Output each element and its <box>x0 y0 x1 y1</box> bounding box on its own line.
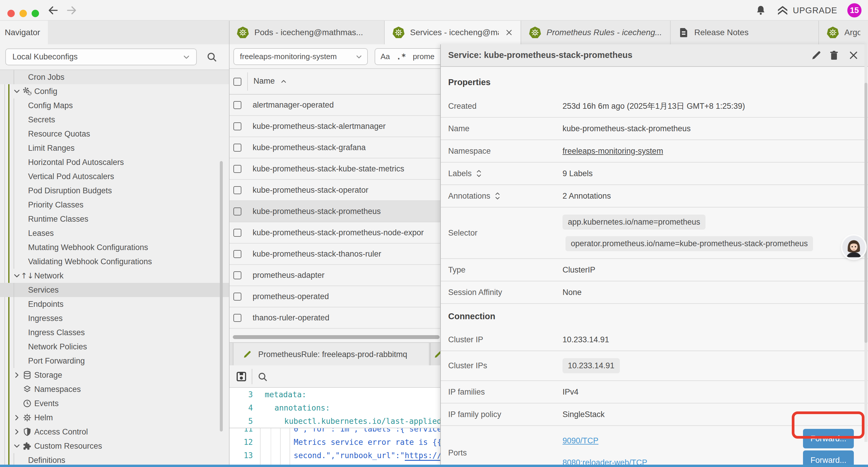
row-checkbox[interactable] <box>234 144 241 152</box>
row-checkbox[interactable] <box>234 250 241 258</box>
sidebar-item-horizontal-pod-autoscalers[interactable]: Horizontal Pod Autoscalers <box>0 155 229 169</box>
sidebar-item-network[interactable]: ↑↓Network <box>0 269 229 283</box>
row-checkbox[interactable] <box>234 122 241 130</box>
sidebar-item-network-policies[interactable]: Network Policies <box>0 340 229 354</box>
row-checkbox[interactable] <box>234 314 241 322</box>
drawer-scrollbar[interactable] <box>864 83 867 343</box>
tab-prometheus-rules-icecheng[interactable]: Prometheus Rules - icecheng... <box>521 21 670 44</box>
sidebar-item-mutating-webhook-configurations[interactable]: Mutating Webhook Configurations <box>0 240 229 255</box>
match-case-toggle[interactable]: Aa <box>380 52 390 61</box>
row-checkbox[interactable] <box>234 293 241 300</box>
table-row-prometheus-operated[interactable]: prometheus-operated <box>229 286 440 308</box>
forward-button[interactable]: Forward... <box>803 450 854 465</box>
dock-tab-next[interactable] <box>430 343 440 366</box>
sidebar-item-runtime-classes[interactable]: Runtime Classes <box>0 212 229 226</box>
sidebar-item-ingress-classes[interactable]: Ingress Classes <box>0 325 229 340</box>
row-checkbox[interactable] <box>234 271 241 279</box>
table-row-kube-prometheus-stack-prometheus[interactable]: kube-prometheus-stack-prometheus <box>229 201 440 222</box>
row-checkbox[interactable] <box>234 207 241 215</box>
tab-release-notes[interactable]: Release Notes <box>670 21 818 44</box>
expand-toggle-icon[interactable] <box>495 192 500 200</box>
tab-argo-se[interactable]: Argo Se <box>818 21 868 44</box>
port-link[interactable]: 8080:reloader-web/TCP <box>562 456 647 465</box>
namespace-link[interactable]: freeleaps-monitoring-system <box>562 147 663 156</box>
row-checkbox[interactable] <box>234 186 241 194</box>
sidebar-item-config[interactable]: Config <box>0 84 229 98</box>
row-checkbox[interactable] <box>234 229 241 237</box>
editor-line-5[interactable]: 5kubectl.kubernetes.io/last-applied-co <box>229 414 440 428</box>
table-row-kube-prometheus-stack-thanos-ruler[interactable]: kube-prometheus-stack-thanos-ruler <box>229 243 440 265</box>
sidebar-item-services[interactable]: Services <box>0 283 229 297</box>
editor-line-13[interactable]: 13second.","runbook_url":"https://net <box>229 449 440 462</box>
sidebar-item-validating-webhook-configurations[interactable]: Validating Webhook Configurations <box>0 255 229 269</box>
row-checkbox[interactable] <box>234 101 241 109</box>
sidebar-item-ingresses[interactable]: Ingresses <box>0 311 229 325</box>
editor-line-4[interactable]: 4annotations: <box>229 401 440 414</box>
forward-button[interactable]: Forward... <box>803 429 854 448</box>
edit-pencil-icon[interactable] <box>811 50 822 61</box>
close-tab-icon[interactable] <box>505 29 513 36</box>
url-link[interactable]: https://net <box>405 451 440 461</box>
sidebar-item-leases[interactable]: Leases <box>0 226 229 240</box>
avatar[interactable] <box>842 236 865 259</box>
sidebar-item-custom-resources[interactable]: Custom Resources <box>0 439 229 453</box>
table-row-kube-prometheus-stack-alertmanager[interactable]: kube-prometheus-stack-alertmanager <box>229 116 440 137</box>
kubeconfig-select[interactable]: Local Kubeconfigs <box>5 49 197 65</box>
table-row-kube-prometheus-stack-grafana[interactable]: kube-prometheus-stack-grafana <box>229 137 440 158</box>
table-row-kube-prometheus-stack-operator[interactable]: kube-prometheus-stack-operator <box>229 180 440 201</box>
chevron-right-icon[interactable] <box>13 371 21 379</box>
table-row-kube-prometheus-stack-kube-state-metrics[interactable]: kube-prometheus-stack-kube-state-metrics <box>229 158 440 180</box>
sort-ascending-icon[interactable] <box>280 78 287 85</box>
table-row-alertmanager-operated[interactable]: alertmanager-operated <box>229 95 440 116</box>
regex-toggle[interactable]: .* <box>397 52 406 61</box>
search-icon[interactable] <box>257 372 268 382</box>
sidebar-item-storage[interactable]: Storage <box>0 368 229 382</box>
tab-services-icecheng-math[interactable]: Services - icecheng@math... <box>384 21 521 44</box>
save-icon[interactable] <box>236 371 247 382</box>
sidebar-item-limit-ranges[interactable]: Limit Ranges <box>0 141 229 155</box>
sidebar-item-vertical-pod-autoscalers[interactable]: Vertical Pod Autoscalers <box>0 169 229 183</box>
sidebar-item-config-maps[interactable]: Config Maps <box>0 98 229 113</box>
sidebar-item-pod-disruption-budgets[interactable]: Pod Disruption Budgets <box>0 183 229 198</box>
sidebar-item-resource-quotas[interactable]: Resource Quotas <box>0 127 229 141</box>
column-header-name[interactable]: Name <box>253 77 275 86</box>
chevron-down-icon[interactable] <box>13 442 21 450</box>
yaml-editor[interactable]: 110","for":"1m","labels":{"service":"12M… <box>229 388 440 465</box>
notifications-count-badge[interactable]: 15 <box>847 3 862 18</box>
row-checkbox[interactable] <box>234 165 241 173</box>
chevron-right-icon[interactable] <box>13 428 21 436</box>
select-all-checkbox[interactable] <box>234 78 241 86</box>
tab-pods-icecheng-mathmas[interactable]: Pods - icecheng@mathmas... <box>229 21 384 44</box>
sidebar-item-events[interactable]: Events <box>0 396 229 411</box>
sidebar-item-port-forwarding[interactable]: Port Forwarding <box>0 354 229 368</box>
window-close-button[interactable] <box>7 10 15 17</box>
sidebar-item-priority-classes[interactable]: Priority Classes <box>0 198 229 212</box>
search-icon[interactable] <box>206 52 217 63</box>
chevron-down-icon[interactable] <box>13 272 21 280</box>
sidebar-item-cron-jobs[interactable]: Cron Jobs <box>0 70 229 84</box>
port-link[interactable]: 9090/TCP <box>562 434 647 447</box>
upgrade-button[interactable]: UPGRADE <box>776 4 837 17</box>
editor-line-3[interactable]: 3metadata: <box>229 388 440 401</box>
dock-tab-prometheusrule[interactable]: PrometheusRule: freeleaps-prod-rabbitmq <box>233 343 430 366</box>
sidebar-item-definitions[interactable]: Definitions <box>0 453 229 465</box>
search-input[interactable]: Aa .* prome <box>375 48 440 65</box>
horizontal-scrollbar[interactable] <box>233 335 440 339</box>
editor-line-11[interactable]: 110","for":"1m","labels":{"service":" <box>229 428 440 435</box>
forward-arrow-icon[interactable] <box>66 4 78 16</box>
bell-icon[interactable] <box>755 5 766 16</box>
editor-line-12[interactable]: 12Metrics service error rate is {{ $va <box>229 435 440 449</box>
sidebar-item-endpoints[interactable]: Endpoints <box>0 297 229 311</box>
namespace-select[interactable]: freeleaps-monitoring-system <box>234 48 368 65</box>
sidebar-item-namespaces[interactable]: Namespaces <box>0 382 229 396</box>
back-arrow-icon[interactable] <box>47 4 59 16</box>
table-row-kube-prometheus-stack-prometheus-node-expor[interactable]: kube-prometheus-stack-prometheus-node-ex… <box>229 222 440 243</box>
sidebar-item-helm[interactable]: Helm <box>0 411 229 425</box>
sidebar-scrollbar[interactable] <box>220 161 223 432</box>
chevron-right-icon[interactable] <box>13 414 21 421</box>
trash-icon[interactable] <box>829 50 840 61</box>
table-row-prometheus-adapter[interactable]: prometheus-adapter <box>229 265 440 286</box>
window-minimize-button[interactable] <box>20 10 27 17</box>
table-row-thanos-ruler-operated[interactable]: thanos-ruler-operated <box>229 308 440 329</box>
chevron-down-icon[interactable] <box>13 87 21 95</box>
